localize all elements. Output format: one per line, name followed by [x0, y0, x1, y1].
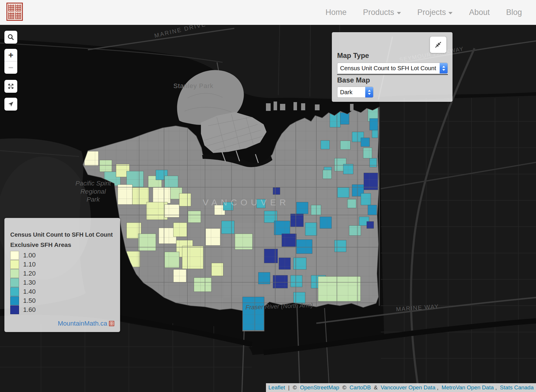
- legend-subtitle: Exclusive SFH Areas: [10, 241, 71, 248]
- select-stepper-icon: [365, 87, 373, 97]
- nav-blog[interactable]: Blog: [506, 8, 522, 17]
- site-logo[interactable]: [6, 3, 23, 21]
- mountainmath-link[interactable]: MountainMath.ca: [58, 320, 107, 327]
- legend-value-label: 1.60: [23, 306, 36, 314]
- legend-swatch: [10, 251, 19, 260]
- map-type-selected-value: Census Unit Count to SFH Lot Count: [337, 63, 440, 73]
- logo-seal-glyph: [15, 12, 21, 19]
- map-type-select[interactable]: Census Unit Count to SFH Lot Count: [337, 63, 448, 74]
- legend-swatch: [10, 287, 19, 296]
- attribution-ampersand: &: [372, 384, 379, 391]
- legend-value-label: 1.10: [23, 261, 36, 268]
- attribution-comma: ,: [437, 384, 440, 391]
- mountainmath-map-app: Home Products Projects About Blog: [0, 0, 536, 392]
- legend-row: 1.50: [10, 296, 36, 305]
- attribution-link-vancouver-open-data[interactable]: Vancouver Open Data: [381, 384, 436, 391]
- nav-products[interactable]: Products: [363, 8, 401, 17]
- nav-home[interactable]: Home: [325, 8, 346, 17]
- legend-swatch: [10, 278, 19, 287]
- attribution-copyright: ©: [293, 384, 298, 391]
- main-nav: Home Products Projects About Blog: [325, 0, 522, 25]
- dropdown-caret-icon: [397, 12, 401, 14]
- legend-row: 1.30: [10, 278, 36, 287]
- map-legend: Census Unit Count to SFH Lot Count Exclu…: [4, 218, 120, 332]
- search-icon: [7, 34, 14, 41]
- nav-projects-label: Projects: [417, 8, 446, 17]
- select-underline: [337, 74, 448, 75]
- nav-about[interactable]: About: [469, 8, 490, 17]
- map-canvas[interactable]: [0, 25, 536, 392]
- legend-swatch: [10, 305, 19, 314]
- legend-value-label: 1.30: [23, 279, 36, 286]
- collapse-panel-button[interactable]: [430, 37, 446, 53]
- legend-row: 1.10: [10, 260, 36, 269]
- select-stepper-icon: [440, 63, 448, 73]
- nav-blog-label: Blog: [506, 8, 522, 17]
- fullscreen-icon: [7, 83, 14, 90]
- legend-title: Census Unit Count to SFH Lot Count: [10, 231, 113, 238]
- legend-row: 1.60: [10, 305, 36, 314]
- attribution-link-stats-canada[interactable]: Stats Canada: [500, 384, 534, 391]
- legend-rows: 1.00 1.10 1.20 1.30 1.40 1.50 1.60: [10, 251, 36, 314]
- base-map-select[interactable]: Dark: [337, 87, 373, 98]
- map-attribution: Leaflet | © OpenStreetMap © CartoDB & Va…: [266, 383, 536, 392]
- map-type-label: Map Type: [337, 51, 369, 60]
- zoom-control: + −: [4, 49, 17, 74]
- collapse-arrows-icon: [434, 41, 442, 49]
- base-map-selected-value: Dark: [337, 87, 365, 97]
- legend-row: 1.40: [10, 287, 36, 296]
- nav-home-label: Home: [325, 8, 346, 17]
- nav-projects[interactable]: Projects: [417, 8, 453, 17]
- locate-button[interactable]: [4, 98, 17, 111]
- locate-arrow-icon: [8, 101, 14, 107]
- logo-seal-glyph: [8, 4, 14, 11]
- mountainmath-stamp-icon: [109, 321, 114, 326]
- fullscreen-button[interactable]: [4, 80, 17, 93]
- attribution-link-cartodb[interactable]: CartoDB: [349, 384, 371, 391]
- nav-products-label: Products: [363, 8, 394, 17]
- base-map-label: Base Map: [337, 76, 370, 84]
- legend-row: 1.00: [10, 251, 36, 260]
- legend-swatch: [10, 296, 19, 305]
- logo-seal-glyph: [15, 4, 21, 11]
- map-container[interactable]: MARINE DRIVE SEYMOUR PARKWAY Stanley Par…: [0, 25, 536, 392]
- top-nav-bar: Home Products Projects About Blog: [0, 0, 536, 25]
- zoom-out-button[interactable]: −: [4, 61, 17, 74]
- legend-value-label: 1.00: [23, 252, 36, 259]
- zoom-in-button[interactable]: +: [4, 49, 17, 61]
- legend-value-label: 1.20: [23, 270, 36, 277]
- attribution-comma: ,: [495, 384, 499, 391]
- search-button[interactable]: [4, 31, 17, 44]
- legend-value-label: 1.50: [23, 297, 36, 305]
- legend-swatch: [10, 260, 19, 269]
- legend-swatch: [10, 269, 19, 278]
- legend-row: 1.20: [10, 269, 36, 278]
- map-options-panel: Map Type Census Unit Count to SFH Lot Co…: [332, 32, 453, 102]
- attribution-separator: |: [287, 384, 291, 391]
- attribution-link-openstreetmap[interactable]: OpenStreetMap: [300, 384, 339, 391]
- attribution-copyright: ©: [341, 384, 348, 391]
- attribution-link-metrovan-open-data[interactable]: MetroVan Open Data: [442, 384, 494, 391]
- dropdown-caret-icon: [448, 12, 453, 14]
- legend-value-label: 1.40: [23, 288, 36, 295]
- legend-credit: MountainMath.ca: [58, 320, 114, 327]
- logo-seal-glyph: [8, 12, 14, 19]
- nav-about-label: About: [469, 8, 490, 17]
- attribution-link-leaflet[interactable]: Leaflet: [268, 384, 285, 391]
